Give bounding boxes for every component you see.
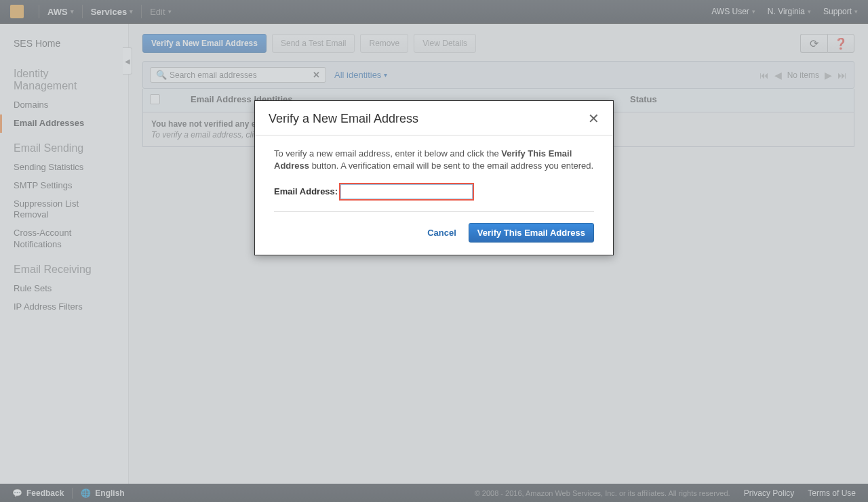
close-icon[interactable]: ✕ (588, 110, 599, 127)
verify-this-email-button[interactable]: Verify This Email Address (469, 223, 594, 243)
modal-footer: Cancel Verify This Email Address (255, 219, 613, 255)
verify-email-modal: Verify a New Email Address ✕ To verify a… (254, 100, 614, 255)
email-address-input[interactable] (340, 184, 473, 199)
email-field-label: Email Address: (274, 186, 338, 198)
cancel-button[interactable]: Cancel (427, 228, 456, 238)
modal-title: Verify a New Email Address (269, 112, 418, 126)
modal-description: To verify a new email address, enter it … (274, 148, 594, 172)
modal-body: To verify a new email address, enter it … (255, 135, 613, 219)
modal-header: Verify a New Email Address ✕ (255, 101, 613, 135)
